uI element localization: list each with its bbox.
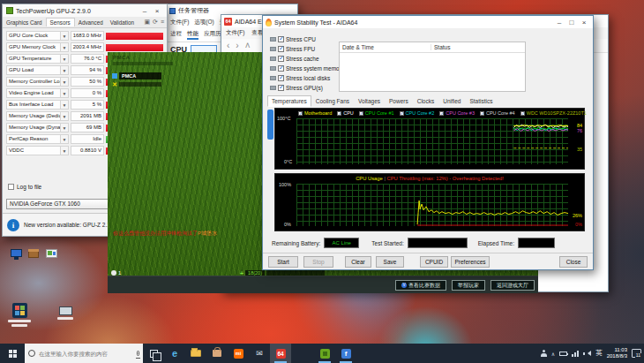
tab-performance[interactable]: 性能 [187,30,198,40]
report-player-button[interactable]: 举报玩家 [452,280,485,291]
taskbar-search[interactable] [25,344,143,363]
stress-gpu-checkbox[interactable] [278,85,284,91]
chevron-down-icon[interactable]: ▼ [61,54,69,64]
taskbar-aida64[interactable]: 64 [270,344,291,363]
desktop-icon-computer[interactable] [11,249,23,263]
back-icon[interactable]: ‹ [227,41,229,50]
tab-advanced[interactable]: Advanced [75,19,107,26]
gpu-icon [270,86,276,90]
tab-powers[interactable]: Powers [385,95,413,107]
tab-graphics-card[interactable]: Graphics Card [3,19,46,26]
stress-cpu-checkbox[interactable] [278,36,284,42]
marker-x-icon: ✕ [112,81,117,87]
taskbar-edge[interactable]: e [164,344,185,363]
chevron-down-icon[interactable]: ▼ [61,146,69,155]
tab-cooling-fans[interactable]: Cooling Fans [311,95,354,107]
stress-memory-checkbox[interactable] [278,65,284,72]
chevron-down-icon[interactable]: ▼ [61,134,69,144]
start-button[interactable]: Start [268,256,298,268]
preferences-button[interactable]: Preferences [451,256,490,268]
legend-checkbox[interactable] [359,111,363,116]
menu-icon[interactable]: ≡ [161,19,164,26]
legend-checkbox[interactable] [298,111,303,116]
up-icon[interactable]: ˄ [245,41,251,50]
start-button[interactable] [0,344,25,363]
tab-sensors[interactable]: Sensors [46,18,75,26]
search-input[interactable] [25,344,143,363]
desktop-icon-package[interactable] [28,249,41,263]
taskbar-mi[interactable]: mi [228,344,249,363]
menu-file[interactable]: 文件(F) [226,29,244,37]
gpuz-logo-icon [6,7,13,14]
taskbar-gpuz[interactable] [314,344,335,363]
taskbar-f-app[interactable]: f [335,344,356,363]
legend-checkbox[interactable] [439,111,444,116]
tab-unified[interactable]: Unified [438,95,465,107]
chevron-down-icon[interactable]: ▼ [61,65,69,75]
return-lobby-button[interactable]: 返回游戏大厅 [490,280,535,291]
y-axis-max: 100°C [277,116,290,121]
chevron-down-icon[interactable]: ▼ [61,42,69,52]
action-center-icon[interactable]: 11 [632,349,641,358]
stability-titlebar[interactable]: System Stability Test - AIDA64 – □ × [263,16,593,28]
y-axis-max: 100% [279,182,291,187]
forward-icon[interactable]: › [236,41,238,50]
legend-checkbox[interactable] [400,111,404,116]
minimize-icon[interactable]: – [553,17,565,28]
chevron-down-icon[interactable]: ▼ [61,111,69,121]
stress-fpu-checkbox[interactable] [278,46,284,52]
network-icon[interactable] [572,351,579,357]
stress-disks-checkbox[interactable] [278,75,284,81]
cpuid-button[interactable]: CPUID [420,256,448,268]
legend-checkbox[interactable] [337,111,341,116]
log-to-file-checkbox[interactable] [8,184,14,190]
temp-value-disk: 35 [577,147,582,152]
tab-validation[interactable]: Validation [107,19,138,26]
legend-checkbox[interactable] [520,111,525,116]
menu-file[interactable]: 文件(F) [170,19,189,26]
desktop-icon-pictures[interactable] [46,249,58,263]
taskbar-store[interactable] [206,344,228,363]
stop-button[interactable]: Stop [303,256,333,268]
view-match-data-button[interactable]: V 查看比赛数据 [395,280,446,291]
clear-button[interactable]: Clear [345,256,371,268]
chevron-down-icon[interactable]: ▼ [61,88,69,98]
refresh-icon[interactable]: ⟳ [153,19,158,26]
ime-indicator[interactable]: 英 [595,349,603,358]
chevron-down-icon[interactable]: ▼ [61,100,69,110]
tab-voltages[interactable]: Voltages [354,95,385,107]
people-icon[interactable] [541,350,547,357]
graph-scrollbar[interactable] [267,110,273,140]
desktop-icon-app[interactable] [4,303,34,327]
tab-clocks[interactable]: Clocks [413,95,439,107]
taskbar-mail[interactable]: ✉ [249,344,270,363]
health-bar [119,82,161,87]
legend-checkbox[interactable] [480,111,484,116]
close-icon[interactable]: × [578,17,590,28]
gpuz-titlebar[interactable]: TechPowerUp GPU-Z 2.9.0 – × [3,4,167,17]
stress-cache-checkbox[interactable] [278,56,284,62]
taskbar-file-explorer[interactable] [185,344,206,363]
save-button[interactable]: Save [376,256,404,268]
tray-expand-icon[interactable]: ∧ [551,351,555,357]
legend-label: Motherboard [304,110,332,116]
chevron-down-icon[interactable]: ▼ [61,123,69,132]
taskbar-clock[interactable]: 11:03 2018/8/3 [607,347,627,359]
microphone-icon[interactable] [137,351,139,356]
battery-icon[interactable] [559,352,567,356]
tab-temperatures[interactable]: Temperatures [267,95,311,107]
close-icon[interactable]: × [151,5,163,17]
chevron-down-icon[interactable]: ▼ [61,77,69,87]
folder-icon [191,350,201,357]
menu-options[interactable]: 选项(O) [194,19,213,26]
desktop-icon-this-pc[interactable] [50,303,80,327]
chevron-down-icon[interactable]: ▼ [61,31,69,41]
screenshot-icon[interactable]: ▣ [144,19,150,26]
maximize-icon[interactable]: □ [565,17,578,28]
tab-processes[interactable]: 进程 [170,30,182,40]
minimize-icon[interactable]: – [139,5,151,17]
task-view-button[interactable] [143,344,164,363]
tab-statistics[interactable]: Statistics [465,95,497,107]
volume-muted-icon[interactable]: × [583,351,591,357]
close-button[interactable]: Close [559,256,588,268]
